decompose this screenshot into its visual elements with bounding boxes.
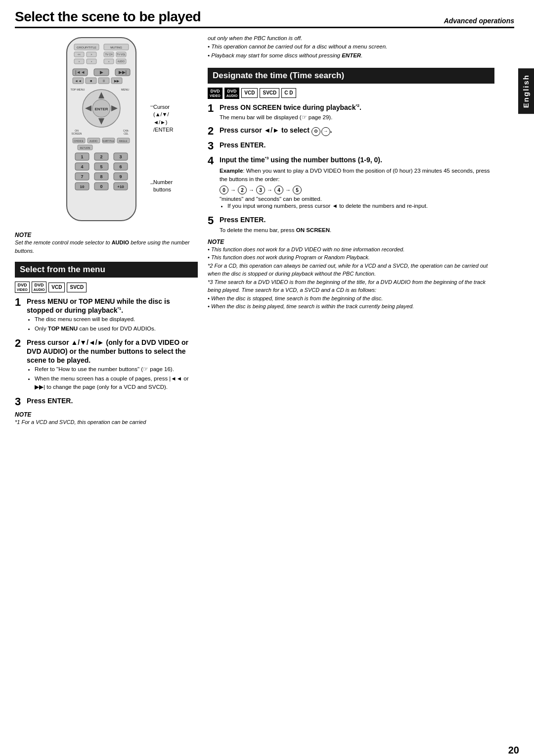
remote-note: NOTE Set the remote control mode selecto… [15,232,198,255]
step-content: Press ENTER. [27,396,198,407]
step2-time: 2 Press cursor ◄/► to select ⊙ → . [208,126,494,137]
step-title: Press ON SCREEN twice during playback*2. [220,103,494,112]
svg-text:10: 10 [80,185,85,189]
svg-text:MENU: MENU [121,88,129,91]
bullet-item: When the menu screen has a couple of pag… [35,375,198,392]
note-line: • This function does not work during Pro… [208,253,494,262]
svg-text:SCREEN: SCREEN [72,132,82,135]
note-line: • When the disc is stopped, time search … [208,294,494,303]
bullet-item: The disc menu screen will be displayed. [35,315,198,324]
right-column: out only when the PBC function is off. •… [208,28,514,430]
example-box: Example: When you want to play a DVD VID… [220,167,494,184]
step-number: 1 [208,103,217,122]
svg-text:AUDIO: AUDIO [89,140,97,142]
step-number: 5 [208,215,217,234]
step-content: Press cursor ▲/▼/◄/► (only for a DVD VID… [27,338,198,392]
lang-tab: English [518,68,534,114]
svg-text:1: 1 [81,154,83,159]
svg-text:▶▶: ▶▶ [114,79,120,83]
svg-text:7: 7 [81,174,83,179]
note-line: • This function does not work for a DVD … [208,245,494,254]
note-title: NOTE [15,232,198,238]
number-buttons-label: Numberbuttons [153,179,173,194]
step5-time: 5 Press ENTER. To delete the menu bar, p… [208,215,494,234]
svg-text:CEL: CEL [124,132,129,135]
svg-text:8: 8 [100,174,102,179]
step-content: Press MENU or TOP MENU while the disc is… [27,297,198,334]
badge-cd: C D [281,88,296,98]
note-line: • When the disc is being played, time se… [208,302,494,311]
badge-svcd: SVCD [67,283,87,292]
step3-time: 3 Press ENTER. [208,141,494,151]
arrow: → [285,187,291,193]
step-content: Press cursor ◄/► to select ⊙ → . [220,126,494,137]
step-bullets: If you input wrong numbers, press cursor… [227,202,494,210]
section1-header: Select from the menu [15,262,198,278]
svg-text:2: 2 [100,154,102,159]
section2-header: Designate the time (Time search) [208,68,494,84]
step-content: Input the time*3 using the number button… [220,155,494,211]
step1-time: 1 Press ON SCREEN twice during playback*… [208,103,494,122]
circle-sequence: 0 → 2 → 3 → 4 → 5 [220,186,494,194]
footnote2: NOTE • This function does not work for a… [208,238,494,311]
step-number: 3 [15,396,24,407]
svg-text:▶: ▶ [100,70,103,75]
svg-text:3: 3 [119,154,122,159]
note-line: *3 Time search for a DVD VIDEO is from t… [208,278,494,294]
step-title: Press MENU or TOP MENU while the disc is… [27,297,198,315]
remote-image: GROUP/TITLE MUTING << > TV CH TV VOL [15,35,198,230]
step-content: Press ENTER. [220,141,494,151]
note-line: *2 For a CD, this operation can always b… [208,262,494,278]
step-bullets: Refer to "How to use the number buttons"… [35,365,198,392]
svg-text:◄◄: ◄◄ [75,79,82,83]
badge-svcd2: SVCD [260,88,279,98]
note-title: NOTE [15,411,198,418]
page-number: 20 [508,745,519,756]
badge-dvd-video2: DVDVIDEO [208,88,222,99]
note-text: Set the remote control mode selector to … [15,238,198,255]
footnote1: NOTE *1 For a VCD and SVCD, this operati… [15,411,198,426]
step-bullets: The disc menu screen will be displayed. … [35,315,198,333]
badge-vcd: VCD [48,283,65,292]
step-title: Press cursor ▲/▼/◄/► (only for a DVD VID… [27,338,198,365]
arrow: → [249,187,254,193]
svg-text:<<: << [78,53,81,56]
svg-text:SUBTITLE: SUBTITLE [102,140,115,142]
svg-text:|◄◄: |◄◄ [75,70,85,75]
step1-menu: 1 Press MENU or TOP MENU while the disc … [15,297,198,334]
arrow: → [267,187,272,193]
step-number: 1 [15,297,24,334]
svg-text:5: 5 [100,164,102,169]
svg-text:■: ■ [90,79,92,83]
arrow: → [230,187,236,193]
step2-menu: 2 Press cursor ▲/▼/◄/► (only for a DVD V… [15,338,198,392]
svg-text:+: + [108,60,110,63]
badge-row-2: DVDVIDEO DVDAUDIO VCD SVCD C D [208,88,494,99]
step-title: Input the time*3 using the number button… [220,155,494,164]
bullet-item: Refer to "How to use the number buttons"… [35,365,198,374]
step4-time: 4 Input the time*3 using the number butt… [208,155,494,211]
svg-text:+10: +10 [117,185,124,189]
svg-text:II: II [103,79,105,83]
badge-dvd-video: DVDVIDEO [15,282,30,293]
note-line: out only when the PBC function is off. [208,34,494,43]
svg-text:RETURN: RETURN [80,146,90,149]
step-number: 2 [208,126,217,137]
svg-text:4: 4 [81,164,83,169]
bullet-item: If you input wrong numbers, press cursor… [227,202,494,210]
svg-text:MUTING: MUTING [110,46,122,49]
step-title: Press ENTER. [220,141,494,149]
bullet-item: Only TOP MENU can be used for DVD AUDIOs… [35,325,198,333]
example-label: Example [220,168,243,174]
note-line: • Playback may start for some discs with… [208,51,494,60]
step-title: Press cursor ◄/► to select ⊙ → . [220,126,494,136]
badge-dvd-audio2: DVDAUDIO [224,88,240,99]
remote-svg: GROUP/TITLE MUTING << > TV CH TV VOL [52,35,151,228]
step-content: Press ENTER. To delete the menu bar, pre… [220,215,494,234]
circle-3: 3 [256,186,265,194]
svg-text:+: + [91,60,92,63]
step-number: 4 [208,155,217,211]
svg-text:+: + [79,60,80,63]
svg-text:ENTER: ENTER [94,107,108,111]
continuation-note: out only when the PBC function is off. •… [208,34,494,60]
